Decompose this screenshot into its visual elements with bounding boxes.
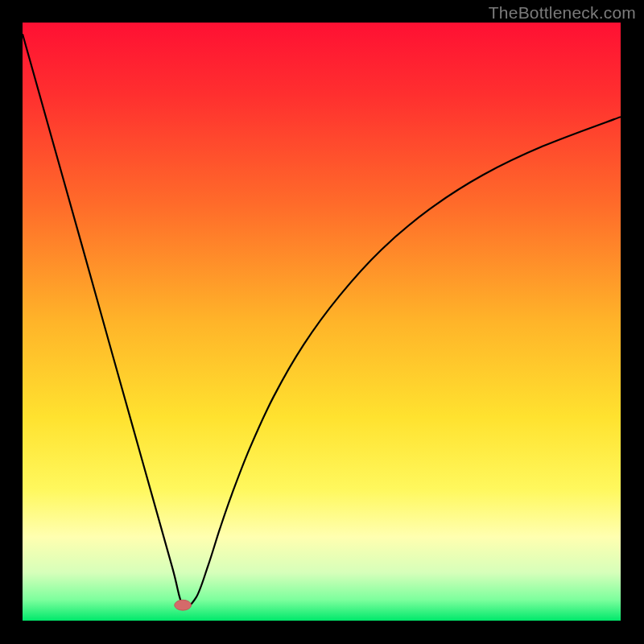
plot-background: [23, 23, 621, 621]
watermark-text: TheBottleneck.com: [489, 3, 636, 23]
minimum-marker: [175, 600, 192, 610]
chart-frame: TheBottleneck.com: [0, 0, 644, 644]
bottleneck-plot: [23, 23, 621, 621]
